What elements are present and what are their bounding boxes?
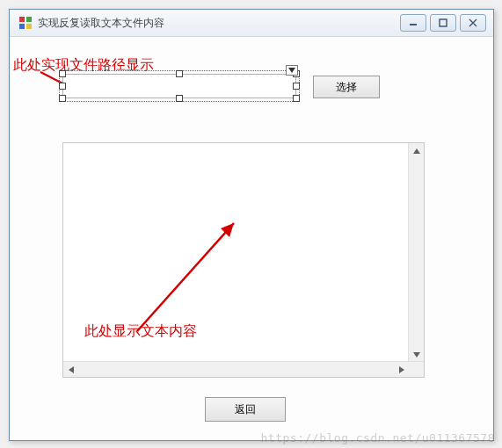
vertical-scrollbar[interactable]	[408, 143, 424, 362]
svg-rect-0	[19, 17, 25, 22]
scroll-down-icon[interactable]	[409, 347, 424, 362]
svg-marker-10	[288, 68, 295, 73]
scroll-left-icon[interactable]	[63, 362, 78, 377]
app-window: 实现反复读取文本文件内容 此处实现文件路径显示	[9, 9, 494, 441]
window-title: 实现反复读取文本文件内容	[38, 16, 400, 31]
svg-rect-1	[26, 17, 32, 22]
close-button[interactable]	[460, 14, 486, 32]
scroll-up-icon[interactable]	[409, 143, 424, 158]
back-button[interactable]: 返回	[205, 397, 286, 422]
app-icon	[18, 16, 33, 30]
select-button[interactable]: 选择	[313, 76, 380, 98]
annotation-path-hint: 此处实现文件路径显示	[13, 56, 154, 75]
svg-marker-11	[413, 148, 420, 154]
maximize-button[interactable]	[430, 14, 456, 32]
path-input[interactable]	[62, 74, 296, 98]
client-area: 此处实现文件路径显示 选择	[10, 37, 493, 441]
scroll-right-icon[interactable]	[394, 362, 409, 377]
titlebar: 实现反复读取文本文件内容	[10, 10, 493, 37]
minimize-button[interactable]	[400, 14, 426, 32]
select-button-label: 选择	[336, 80, 357, 95]
svg-rect-5	[440, 19, 447, 26]
path-textbox-container	[62, 74, 296, 98]
svg-rect-3	[26, 24, 32, 29]
horizontal-scrollbar[interactable]	[63, 361, 424, 377]
svg-marker-14	[399, 366, 404, 373]
back-button-label: 返回	[235, 402, 256, 417]
window-controls	[400, 14, 490, 32]
svg-marker-13	[69, 366, 74, 373]
content-textarea[interactable]	[62, 142, 425, 378]
svg-marker-12	[413, 352, 420, 358]
svg-rect-2	[19, 24, 25, 29]
scroll-corner	[409, 362, 424, 377]
